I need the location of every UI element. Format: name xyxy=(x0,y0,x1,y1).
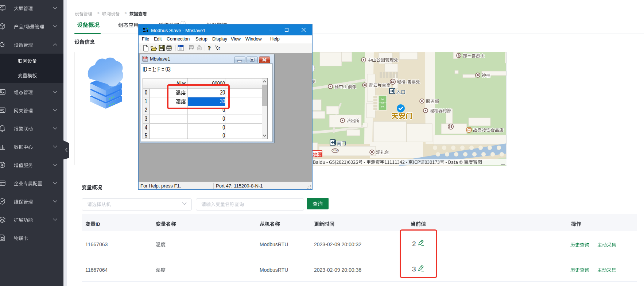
svg-text:DOC: DOC xyxy=(143,57,147,59)
svg-text:?: ? xyxy=(208,45,211,51)
svg-text:ATM: ATM xyxy=(333,149,338,152)
svg-text:?: ? xyxy=(218,45,221,51)
